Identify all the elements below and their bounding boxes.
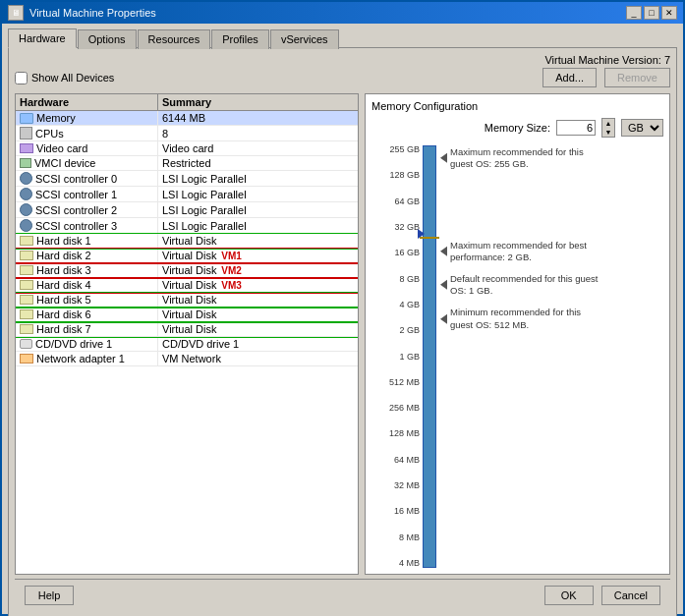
arrow-triangle-icon [440,280,447,290]
axis-label: 16 GB [371,249,420,257]
scsi-icon [20,219,32,232]
table-row[interactable]: Hard disk 2Virtual Disk VM1 [16,249,358,263]
vm-version: Virtual Machine Version: 7 [15,54,670,66]
cancel-button[interactable]: Cancel [601,586,660,605]
spinner-up-button[interactable]: ▲ [602,119,614,128]
memory-bar [423,145,436,568]
arrow-item: Minimum recommended for this guest OS: 5… [440,307,602,331]
table-row[interactable]: Hard disk 7Virtual Disk [16,322,358,337]
table-row[interactable]: Hard disk 6Virtual Disk [16,308,358,322]
memory-size-spinner: ▲ ▼ [601,118,615,138]
minimize-button[interactable]: _ [626,6,642,20]
axis-label: 64 MB [371,456,420,465]
arrow-label: Minimum recommended for this guest OS: 5… [450,307,602,331]
hw-row-name: SCSI controller 1 [16,187,158,201]
ok-button[interactable]: OK [544,586,594,605]
hw-row-name: VMCI device [16,156,158,170]
scsi-icon [20,172,32,185]
remove-button[interactable]: Remove [604,68,670,87]
help-button[interactable]: Help [25,586,74,605]
arrow-item: Default recommended for this guest OS: 1… [440,273,602,298]
arrow-triangle-icon [440,313,447,323]
scsi-icon [20,203,32,216]
axis-label: 32 MB [371,481,420,490]
table-row[interactable]: Hard disk 1Virtual Disk [16,234,358,249]
hw-row-name: Memory [16,111,158,125]
footer-left: Help [25,586,74,605]
tab-hardware[interactable]: Hardware [8,28,77,48]
axis-label: 1 GB [371,353,420,362]
hw-row-name: CD/DVD drive 1 [16,337,158,351]
axis-label: 255 GB [371,145,420,154]
hw-row-name: SCSI controller 2 [16,202,158,217]
maximize-button[interactable]: □ [644,6,659,20]
hardware-table-body: Memory6144 MBCPUs8Video cardVideo cardVM… [16,111,358,574]
title-bar-buttons: _ □ ✕ [626,6,677,20]
table-row[interactable]: SCSI controller 2LSI Logic Parallel [16,202,358,218]
axis-label: 8 MB [371,533,420,542]
disk-icon [20,265,33,275]
vmci-icon [20,158,31,168]
hw-row-name: SCSI controller 0 [16,171,158,186]
axis-label: 8 GB [371,275,420,284]
axis-label: 4 MB [371,559,420,568]
main-window: 🖥 Virtual Machine Properties _ □ ✕ Hardw… [0,0,685,616]
video-icon [20,143,33,153]
table-row[interactable]: Hard disk 3Virtual Disk VM2 [16,263,358,278]
disk-icon [20,309,33,319]
memory-chart-area: 255 GB128 GB64 GB32 GB16 GB8 GB4 GB2 GB1… [371,145,663,568]
dvd-icon [20,339,32,349]
spinner-down-button[interactable]: ▼ [602,128,614,137]
show-all-devices-label: Show All Devices [31,72,114,84]
col-summary-label: Summary [158,94,358,110]
table-row[interactable]: Video cardVideo card [16,141,358,156]
tab-profiles[interactable]: Profiles [211,29,269,49]
hardware-table-header: Hardware Summary [16,94,358,111]
memory-size-row: Memory Size: ▲ ▼ MB GB [371,118,663,138]
table-row[interactable]: Network adapter 1VM Network [16,352,358,366]
table-row[interactable]: SCSI controller 1LSI Logic Parallel [16,187,358,202]
table-row[interactable]: Hard disk 5Virtual Disk [16,293,358,308]
memory-size-label: Memory Size: [485,122,550,134]
title-bar: 🖥 Virtual Machine Properties _ □ ✕ [2,2,683,24]
memory-config-title: Memory Configuration [371,100,663,112]
table-row[interactable]: CPUs8 [16,126,358,141]
tab-bar: Hardware Options Resources Profiles vSer… [2,24,683,47]
table-row[interactable]: VMCI deviceRestricted [16,156,358,171]
tab-options[interactable]: Options [78,29,137,49]
table-row[interactable]: CD/DVD drive 1CD/DVD drive 1 [16,337,358,352]
hw-row-name: Hard disk 4 [16,278,158,292]
add-button[interactable]: Add... [542,68,597,87]
memory-config-panel: Memory Configuration Memory Size: ▲ ▼ MB… [365,93,670,575]
hw-row-name: SCSI controller 3 [16,218,158,233]
memory-icon [20,113,33,124]
table-row[interactable]: Memory6144 MB [16,111,358,126]
footer-right: OK Cancel [544,586,660,605]
content-area: Virtual Machine Version: 7 Show All Devi… [8,47,677,616]
memory-config-box: Memory Configuration Memory Size: ▲ ▼ MB… [365,93,670,575]
hw-row-name: Network adapter 1 [16,352,158,365]
top-bar: Show All Devices Add... Remove [15,68,670,87]
scsi-icon [20,188,32,200]
tab-vservices[interactable]: vServices [270,29,339,49]
disk-icon [20,295,33,305]
table-row[interactable]: SCSI controller 3LSI Logic Parallel [16,218,358,234]
show-all-devices-checkbox[interactable] [15,72,28,84]
memory-unit-select[interactable]: MB GB [621,119,663,137]
hw-row-name: Video card [16,141,158,155]
memory-size-input[interactable] [556,120,596,136]
arrow-label: Maximum recommended for this guest OS: 2… [450,146,602,171]
table-row[interactable]: Hard disk 4Virtual Disk VM3 [16,278,358,293]
disk-icon [20,236,33,246]
close-button[interactable]: ✕ [661,6,677,20]
table-row[interactable]: SCSI controller 0LSI Logic Parallel [16,171,358,187]
hw-row-name: Hard disk 6 [16,308,158,321]
arrow-label: Maximum recommended for best performance… [450,239,602,263]
hw-row-name: Hard disk 1 [16,234,158,248]
arrow-triangle-icon [440,247,447,256]
vm-badge: VM1 [218,251,241,261]
tab-resources[interactable]: Resources [138,29,211,49]
show-all-devices-container: Show All Devices [15,72,114,84]
arrow-item: Maximum recommended for best performance… [440,239,602,263]
disk-icon [20,324,33,334]
